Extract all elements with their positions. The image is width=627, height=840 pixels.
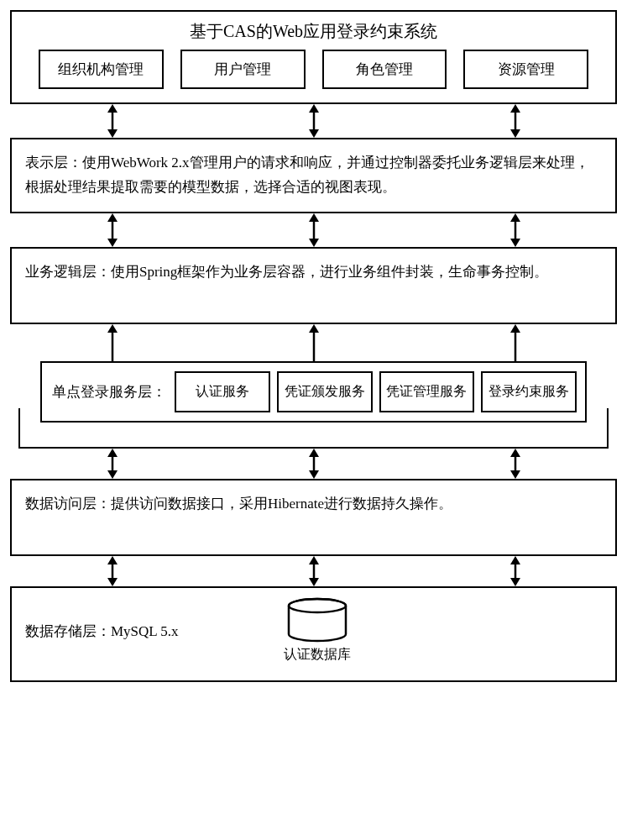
arrow-row-5	[10, 556, 617, 586]
svg-marker-16	[510, 213, 520, 222]
data-access-layer-text: 数据访问层：提供访问数据接口，采用Hibernate进行数据持久操作。	[24, 489, 603, 546]
svg-marker-32	[510, 470, 520, 479]
connector-business-sso	[10, 324, 617, 363]
svg-marker-21	[309, 324, 319, 333]
module-org: 组织机构管理	[39, 50, 164, 89]
presentation-layer-text: 表示层：使用WebWork 2.x管理用户的请求和响应，并通过控制器委托业务逻辑…	[24, 148, 603, 203]
svg-marker-25	[107, 449, 118, 457]
svg-marker-1	[107, 104, 118, 113]
svg-marker-37	[309, 556, 319, 564]
svg-marker-29	[309, 470, 319, 479]
top-modules-row: 组织机构管理 用户管理 角色管理 资源管理	[39, 50, 588, 89]
svg-marker-19	[107, 324, 118, 333]
svg-marker-38	[309, 578, 319, 586]
svg-marker-8	[510, 129, 520, 138]
presentation-layer-box: 表示层：使用WebWork 2.x管理用户的请求和响应，并通过控制器委托业务逻辑…	[10, 138, 617, 213]
svg-marker-35	[107, 578, 118, 586]
sso-ticket-issue: 凭证颁发服务	[277, 371, 373, 412]
sso-outer-frame: 单点登录服务层： 认证服务 凭证颁发服务 凭证管理服务 登录约束服务	[18, 408, 609, 449]
svg-marker-34	[107, 556, 118, 564]
sso-ticket-manage: 凭证管理服务	[379, 371, 475, 412]
svg-marker-17	[510, 239, 520, 247]
sso-label: 单点登录服务层：	[50, 382, 168, 402]
svg-marker-41	[510, 578, 520, 586]
business-layer-text: 业务逻辑层：使用Spring框架作为业务层容器，进行业务组件封装，生命事务控制。	[24, 257, 603, 314]
svg-marker-40	[510, 556, 520, 564]
arrow-row-1	[10, 104, 617, 138]
svg-marker-11	[107, 239, 118, 247]
svg-marker-2	[107, 129, 118, 138]
sso-login-constraint: 登录约束服务	[481, 371, 577, 412]
business-layer-box: 业务逻辑层：使用Spring框架作为业务层容器，进行业务组件封装，生命事务控制。	[10, 247, 617, 324]
svg-marker-10	[107, 213, 118, 222]
database-cylinder: 认证数据库	[284, 597, 351, 664]
svg-marker-31	[510, 449, 520, 457]
svg-marker-13	[309, 213, 319, 222]
svg-marker-5	[309, 129, 319, 138]
top-system-box: 基于CAS的Web应用登录约束系统 组织机构管理 用户管理 角色管理 资源管理	[10, 10, 617, 104]
data-store-layer-text: 数据存储层：MySQL 5.x	[24, 617, 180, 648]
svg-marker-7	[510, 104, 520, 113]
system-title: 基于CAS的Web应用登录约束系统	[24, 20, 603, 43]
svg-marker-26	[107, 470, 118, 479]
sso-layer-wrap: 单点登录服务层： 认证服务 凭证颁发服务 凭证管理服务 登录约束服务	[10, 361, 617, 449]
database-label: 认证数据库	[284, 646, 351, 664]
module-user: 用户管理	[180, 50, 306, 89]
module-resource: 资源管理	[463, 50, 588, 89]
svg-marker-23	[510, 324, 520, 333]
svg-marker-14	[309, 239, 319, 247]
data-store-layer-box: 数据存储层：MySQL 5.x 认证数据库	[10, 586, 617, 682]
module-role: 角色管理	[322, 50, 447, 89]
arrow-row-2	[10, 213, 617, 247]
svg-marker-4	[309, 104, 319, 113]
sso-auth-service: 认证服务	[175, 371, 270, 412]
arrow-row-4	[10, 449, 617, 479]
svg-marker-28	[309, 449, 319, 457]
sso-inner-box: 单点登录服务层： 认证服务 凭证颁发服务 凭证管理服务 登录约束服务	[40, 361, 587, 423]
database-icon	[285, 597, 350, 644]
data-access-layer-box: 数据访问层：提供访问数据接口，采用Hibernate进行数据持久操作。	[10, 479, 617, 556]
